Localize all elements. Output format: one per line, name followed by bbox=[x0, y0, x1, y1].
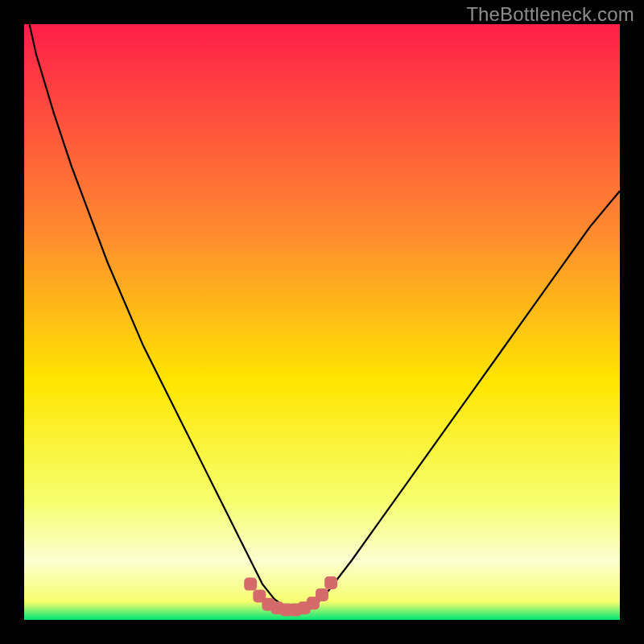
chart-svg bbox=[24, 24, 620, 620]
marker-point bbox=[244, 578, 257, 591]
gradient-background bbox=[24, 24, 620, 620]
plot-area bbox=[24, 24, 620, 620]
chart-frame: TheBottleneck.com bbox=[0, 0, 644, 644]
watermark-text: TheBottleneck.com bbox=[466, 3, 634, 26]
marker-point bbox=[324, 576, 337, 589]
marker-point bbox=[316, 588, 328, 601]
